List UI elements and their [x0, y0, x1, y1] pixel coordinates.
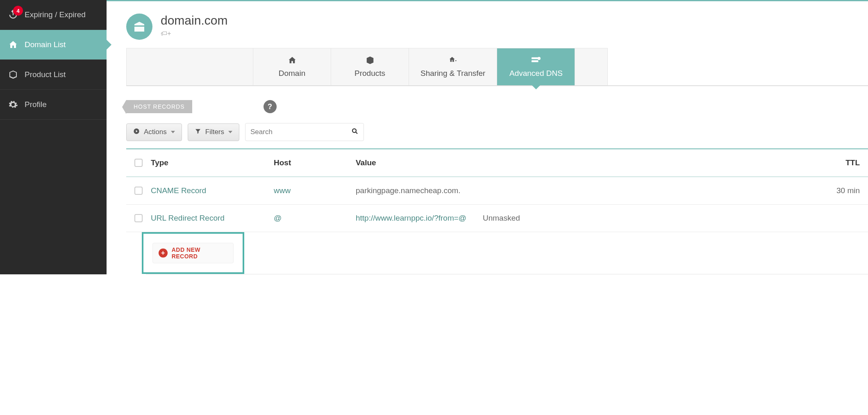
domain-avatar-icon — [126, 14, 152, 40]
box-icon — [343, 56, 397, 65]
row-checkbox[interactable] — [134, 187, 143, 195]
row-checkbox[interactable] — [134, 214, 143, 222]
add-record-highlight: + ADD NEW RECORD — [142, 232, 244, 274]
svg-point-4 — [352, 129, 356, 132]
tab-advanced-dns[interactable]: Advanced DNS — [497, 48, 575, 85]
cell-type[interactable]: URL Redirect Record — [151, 214, 274, 223]
sidebar-item-profile[interactable]: Profile — [0, 90, 107, 120]
actions-label: Actions — [144, 128, 167, 136]
main-content: domain.com 🏷+ Domain Products Sharing & … — [107, 0, 868, 274]
box-icon — [7, 69, 19, 80]
domain-header: domain.com 🏷+ — [107, 1, 868, 48]
sidebar: 4 Expiring / Expired Domain List Product… — [0, 0, 107, 274]
home-icon — [7, 39, 19, 50]
gear-icon — [7, 99, 19, 110]
home-icon — [265, 56, 319, 65]
tab-label: Domain — [279, 69, 305, 78]
sidebar-item-domain-list[interactable]: Domain List — [0, 30, 107, 60]
transfer-icon — [420, 56, 485, 65]
expiring-badge: 4 — [13, 6, 23, 16]
play-icon — [133, 128, 140, 137]
tab-products[interactable]: Products — [331, 48, 409, 85]
cell-ttl[interactable]: 30 min — [565, 186, 868, 195]
cell-value[interactable]: parkingpage.namecheap.com. — [356, 186, 483, 195]
server-icon — [509, 56, 563, 65]
chevron-down-icon — [171, 131, 175, 133]
table-row[interactable]: URL Redirect Record @ http://www.learnpp… — [126, 205, 868, 232]
tab-end-spacer — [575, 48, 608, 85]
filters-button[interactable]: Filters — [188, 123, 239, 141]
tab-label: Advanced DNS — [509, 69, 563, 78]
col-value: Value — [356, 158, 483, 167]
section-ribbon: HOST RECORDS — [126, 100, 192, 113]
cell-mask: Unmasked — [483, 214, 565, 223]
tab-label: Sharing & Transfer — [420, 69, 485, 78]
table-row[interactable]: CNAME Record www parkingpage.namecheap.c… — [126, 177, 868, 205]
add-label: ADD NEW RECORD — [172, 246, 227, 260]
tab-label: Products — [354, 69, 385, 78]
tag-add-icon[interactable]: 🏷+ — [161, 30, 171, 37]
search-box[interactable] — [245, 123, 364, 141]
filters-label: Filters — [205, 128, 224, 136]
chevron-down-icon — [228, 131, 232, 133]
svg-rect-0 — [532, 57, 539, 59]
col-ttl: TTL — [565, 158, 868, 167]
sidebar-item-label: Profile — [25, 100, 47, 109]
help-icon[interactable]: ? — [264, 100, 277, 113]
select-all-checkbox[interactable] — [134, 159, 143, 167]
actions-button[interactable]: Actions — [126, 123, 182, 141]
cell-value[interactable]: http://www.learnppc.io/?from=@ — [356, 214, 483, 223]
sidebar-item-label: Expiring / Expired — [25, 10, 86, 19]
host-records-table: Type Host Value TTL CNAME Record www par… — [126, 148, 868, 274]
plus-icon: + — [159, 249, 168, 258]
cell-host[interactable]: @ — [274, 214, 356, 223]
tabs: Domain Products Sharing & Transfer Advan… — [126, 48, 868, 86]
cell-type[interactable]: CNAME Record — [151, 186, 274, 195]
sidebar-item-label: Domain List — [25, 40, 66, 49]
svg-point-2 — [538, 57, 541, 60]
search-icon[interactable] — [351, 128, 359, 137]
clock-icon: 4 — [7, 9, 19, 21]
cell-host[interactable]: www — [274, 186, 356, 195]
search-input[interactable] — [250, 128, 347, 136]
add-new-record-button[interactable]: + ADD NEW RECORD — [152, 243, 234, 263]
svg-rect-1 — [532, 60, 539, 62]
tab-sharing[interactable]: Sharing & Transfer — [409, 48, 497, 85]
sidebar-item-expiring[interactable]: 4 Expiring / Expired — [0, 0, 107, 30]
sidebar-item-label: Product List — [25, 70, 66, 79]
page-title: domain.com — [161, 14, 227, 27]
tab-domain[interactable]: Domain — [253, 48, 331, 85]
divider — [146, 274, 868, 274]
col-host: Host — [274, 158, 356, 167]
col-type: Type — [151, 158, 274, 167]
filter-icon — [195, 128, 201, 137]
table-header: Type Host Value TTL — [126, 149, 868, 177]
sidebar-item-product-list[interactable]: Product List — [0, 60, 107, 90]
tab-spacer — [126, 48, 253, 85]
